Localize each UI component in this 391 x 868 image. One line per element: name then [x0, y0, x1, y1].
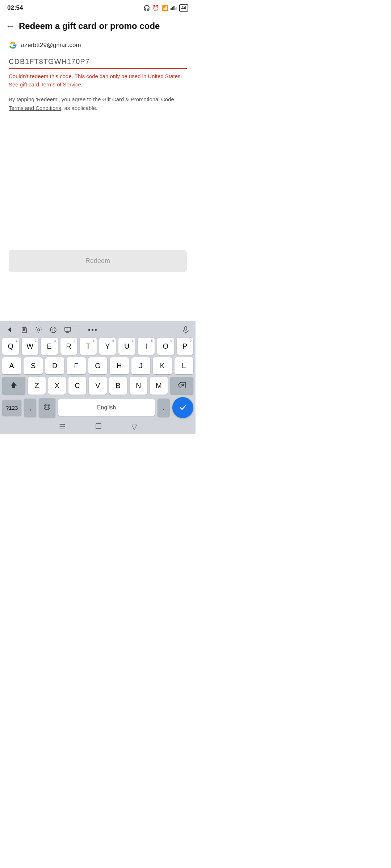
svg-rect-16	[65, 327, 71, 331]
svg-marker-5	[8, 327, 11, 332]
status-bar: 02:54 🎧 ⏰ 📶 44	[0, 0, 196, 14]
svg-point-25	[46, 404, 49, 410]
key-A[interactable]: A	[2, 357, 21, 374]
redeem-button-wrapper: Redeem	[0, 250, 196, 272]
svg-rect-0	[171, 8, 172, 10]
key-X[interactable]: X	[48, 377, 66, 395]
code-input-wrapper[interactable]	[9, 56, 187, 69]
key-J[interactable]: J	[131, 357, 150, 374]
key-G[interactable]: G	[88, 357, 107, 374]
screen-button[interactable]	[64, 326, 72, 334]
key-H[interactable]: H	[110, 357, 129, 374]
keyboard-row-3: Z X C V B N M	[2, 377, 193, 395]
nav-bar: ☰ ▽	[0, 420, 196, 434]
svg-point-24	[44, 404, 50, 410]
back-button[interactable]: ←	[6, 21, 14, 31]
signal-icon	[171, 5, 177, 11]
headphone-icon: 🎧	[143, 5, 150, 11]
key-U[interactable]: U7	[118, 338, 135, 355]
keyboard-toolbar: •••	[0, 321, 196, 338]
svg-point-10	[38, 329, 40, 331]
keyboard-bottom-row: ?123 , English .	[0, 397, 196, 418]
settings-button[interactable]	[35, 326, 43, 334]
key-C[interactable]: C	[68, 377, 86, 395]
terms-and-conditions-link[interactable]: Terms and Conditions	[9, 105, 61, 111]
keyboard-row-2: A S D F G H J K L	[2, 357, 193, 374]
google-logo	[9, 41, 17, 50]
key-L[interactable]: L	[175, 357, 193, 374]
key-B[interactable]: B	[109, 377, 127, 395]
mic-button[interactable]	[182, 326, 190, 334]
sym-button[interactable]: ?123	[2, 400, 21, 416]
space-key[interactable]: English	[58, 399, 155, 416]
globe-button[interactable]	[39, 398, 55, 418]
key-D[interactable]: D	[45, 357, 64, 374]
key-O[interactable]: O9	[157, 338, 174, 355]
account-email: azerbtt29@gmail.com	[21, 42, 81, 49]
terms-text: By tapping 'Redeem', you agree to the Gi…	[9, 95, 187, 112]
svg-point-11	[50, 327, 56, 333]
key-F[interactable]: F	[67, 357, 85, 374]
key-P[interactable]: P0	[177, 338, 194, 355]
key-K[interactable]: K	[153, 357, 172, 374]
header: ← Redeem a gift card or promo code	[0, 14, 196, 35]
keyboard: ••• Q1 W2 E3 R4 T5 Y6 U7 I8 O9 P0 A S D …	[0, 321, 196, 434]
key-M[interactable]: M	[150, 377, 168, 395]
key-I[interactable]: I8	[138, 338, 155, 355]
wifi-icon: 📶	[161, 5, 168, 11]
more-button[interactable]: •••	[88, 326, 98, 334]
svg-rect-2	[173, 6, 175, 10]
nav-menu-icon[interactable]: ☰	[59, 422, 66, 431]
key-T[interactable]: T5	[80, 338, 97, 355]
redeem-button[interactable]: Redeem	[9, 250, 187, 272]
svg-rect-1	[172, 7, 173, 10]
palette-button[interactable]	[49, 326, 57, 334]
shift-button[interactable]	[2, 377, 25, 395]
svg-point-13	[54, 328, 55, 329]
key-S[interactable]: S	[24, 357, 42, 374]
status-time: 02:54	[7, 4, 23, 12]
svg-marker-21	[11, 382, 17, 388]
account-row: azerbtt29@gmail.com	[9, 41, 187, 50]
svg-rect-4	[176, 7, 177, 10]
battery-icon: 44	[179, 4, 188, 12]
key-N[interactable]: N	[130, 377, 147, 395]
terms-of-service-link[interactable]: Terms of Service	[41, 81, 81, 88]
error-message: Couldn't redeem this code. This code can…	[9, 72, 187, 89]
keyboard-rows: Q1 W2 E3 R4 T5 Y6 U7 I8 O9 P0 A S D F G …	[0, 338, 196, 395]
key-Q[interactable]: Q1	[2, 338, 19, 355]
comma-key[interactable]: ,	[24, 399, 36, 417]
alarm-icon: ⏰	[152, 5, 159, 11]
key-Z[interactable]: Z	[28, 377, 46, 395]
toolbar-divider	[80, 325, 80, 335]
key-W[interactable]: W2	[22, 338, 39, 355]
svg-point-14	[54, 330, 55, 331]
clipboard-button[interactable]	[20, 326, 28, 334]
key-E[interactable]: E3	[41, 338, 58, 355]
keyboard-row-1: Q1 W2 E3 R4 T5 Y6 U7 I8 O9 P0	[2, 338, 193, 355]
svg-point-15	[52, 331, 53, 332]
code-input[interactable]	[9, 56, 187, 69]
nav-back-icon[interactable]: ▽	[131, 422, 137, 431]
key-R[interactable]: R4	[60, 338, 77, 355]
key-Y[interactable]: Y6	[99, 338, 116, 355]
svg-rect-19	[185, 327, 187, 330]
status-icons: 🎧 ⏰ 📶 44	[143, 4, 188, 12]
key-V[interactable]: V	[89, 377, 106, 395]
content-area: azerbtt29@gmail.com Couldn't redeem this…	[0, 35, 196, 125]
enter-button[interactable]	[172, 397, 193, 418]
backspace-button[interactable]	[170, 377, 193, 395]
svg-rect-3	[175, 8, 176, 10]
svg-point-12	[52, 329, 53, 330]
page-title: Redeem a gift card or promo code	[19, 20, 160, 31]
svg-rect-28	[96, 424, 101, 429]
keyboard-back-button[interactable]	[6, 326, 14, 334]
period-key[interactable]: .	[157, 399, 170, 417]
nav-home-icon[interactable]	[94, 422, 102, 432]
